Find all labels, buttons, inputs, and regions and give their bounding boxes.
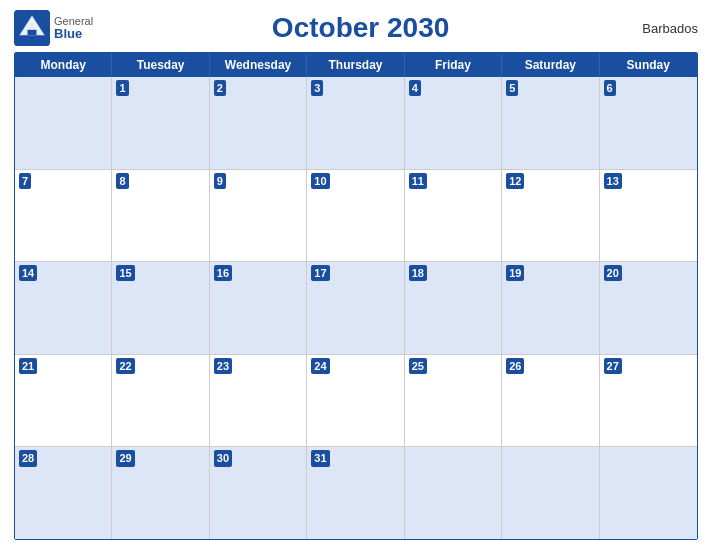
date-number: 20 xyxy=(604,265,622,281)
calendar-cell: 22 xyxy=(112,355,209,447)
calendar-grid: MondayTuesdayWednesdayThursdayFridaySatu… xyxy=(14,52,698,540)
calendar-cell: 5 xyxy=(502,77,599,169)
calendar-cell: 31 xyxy=(307,447,404,539)
calendar-cell: 14 xyxy=(15,262,112,354)
day-name-monday: Monday xyxy=(15,53,112,77)
date-number: 5 xyxy=(506,80,518,96)
calendar-week-1: 123456 xyxy=(15,77,697,170)
calendar-cell xyxy=(502,447,599,539)
day-name-sunday: Sunday xyxy=(600,53,697,77)
calendar-cell: 1 xyxy=(112,77,209,169)
calendar-cell: 19 xyxy=(502,262,599,354)
calendar-cell: 23 xyxy=(210,355,307,447)
date-number: 2 xyxy=(214,80,226,96)
calendar-cell: 2 xyxy=(210,77,307,169)
calendar-week-3: 14151617181920 xyxy=(15,262,697,355)
date-number: 1 xyxy=(116,80,128,96)
date-number: 26 xyxy=(506,358,524,374)
calendar-cell xyxy=(600,447,697,539)
country-label: Barbados xyxy=(628,21,698,36)
date-number: 11 xyxy=(409,173,427,189)
date-number: 16 xyxy=(214,265,232,281)
calendar-page: General Blue October 2030 Barbados Monda… xyxy=(0,0,712,550)
date-number: 7 xyxy=(19,173,31,189)
calendar-cell: 25 xyxy=(405,355,502,447)
date-number: 24 xyxy=(311,358,329,374)
logo-blue-label: Blue xyxy=(54,27,93,41)
date-number: 13 xyxy=(604,173,622,189)
svg-rect-2 xyxy=(28,30,37,35)
calendar-cell: 10 xyxy=(307,170,404,262)
calendar-cell: 20 xyxy=(600,262,697,354)
calendar-cell: 21 xyxy=(15,355,112,447)
calendar-cell xyxy=(15,77,112,169)
date-number: 6 xyxy=(604,80,616,96)
day-name-thursday: Thursday xyxy=(307,53,404,77)
date-number: 31 xyxy=(311,450,329,466)
logo-text: General Blue xyxy=(54,15,93,41)
date-number: 3 xyxy=(311,80,323,96)
date-number: 4 xyxy=(409,80,421,96)
date-number: 17 xyxy=(311,265,329,281)
calendar-week-4: 21222324252627 xyxy=(15,355,697,448)
date-number: 29 xyxy=(116,450,134,466)
calendar-cell: 12 xyxy=(502,170,599,262)
calendar-cell: 8 xyxy=(112,170,209,262)
calendar-header: General Blue October 2030 Barbados xyxy=(14,10,698,46)
calendar-cell: 17 xyxy=(307,262,404,354)
calendar-cell: 4 xyxy=(405,77,502,169)
date-number: 30 xyxy=(214,450,232,466)
date-number: 18 xyxy=(409,265,427,281)
calendar-cell: 24 xyxy=(307,355,404,447)
date-number: 21 xyxy=(19,358,37,374)
calendar-cell: 3 xyxy=(307,77,404,169)
month-title: October 2030 xyxy=(93,12,628,44)
calendar-cell: 13 xyxy=(600,170,697,262)
calendar-cell: 28 xyxy=(15,447,112,539)
date-number: 8 xyxy=(116,173,128,189)
date-number: 14 xyxy=(19,265,37,281)
day-name-wednesday: Wednesday xyxy=(210,53,307,77)
date-number: 22 xyxy=(116,358,134,374)
calendar-cell: 6 xyxy=(600,77,697,169)
calendar-cell: 30 xyxy=(210,447,307,539)
calendar-week-2: 78910111213 xyxy=(15,170,697,263)
calendar-cell: 11 xyxy=(405,170,502,262)
calendar-cell: 26 xyxy=(502,355,599,447)
calendar-cell: 15 xyxy=(112,262,209,354)
date-number: 19 xyxy=(506,265,524,281)
calendar-cell: 29 xyxy=(112,447,209,539)
general-blue-logo-icon xyxy=(14,10,50,46)
date-number: 27 xyxy=(604,358,622,374)
calendar-week-5: 28293031 xyxy=(15,447,697,539)
calendar-cell xyxy=(405,447,502,539)
date-number: 12 xyxy=(506,173,524,189)
day-name-saturday: Saturday xyxy=(502,53,599,77)
logo: General Blue xyxy=(14,10,93,46)
calendar-body: 1234567891011121314151617181920212223242… xyxy=(15,77,697,539)
calendar-cell: 7 xyxy=(15,170,112,262)
calendar-cell: 27 xyxy=(600,355,697,447)
calendar-cell: 9 xyxy=(210,170,307,262)
date-number: 9 xyxy=(214,173,226,189)
date-number: 28 xyxy=(19,450,37,466)
date-number: 10 xyxy=(311,173,329,189)
date-number: 25 xyxy=(409,358,427,374)
day-name-tuesday: Tuesday xyxy=(112,53,209,77)
calendar-cell: 16 xyxy=(210,262,307,354)
day-name-friday: Friday xyxy=(405,53,502,77)
calendar-cell: 18 xyxy=(405,262,502,354)
date-number: 15 xyxy=(116,265,134,281)
date-number: 23 xyxy=(214,358,232,374)
calendar-days-header: MondayTuesdayWednesdayThursdayFridaySatu… xyxy=(15,53,697,77)
